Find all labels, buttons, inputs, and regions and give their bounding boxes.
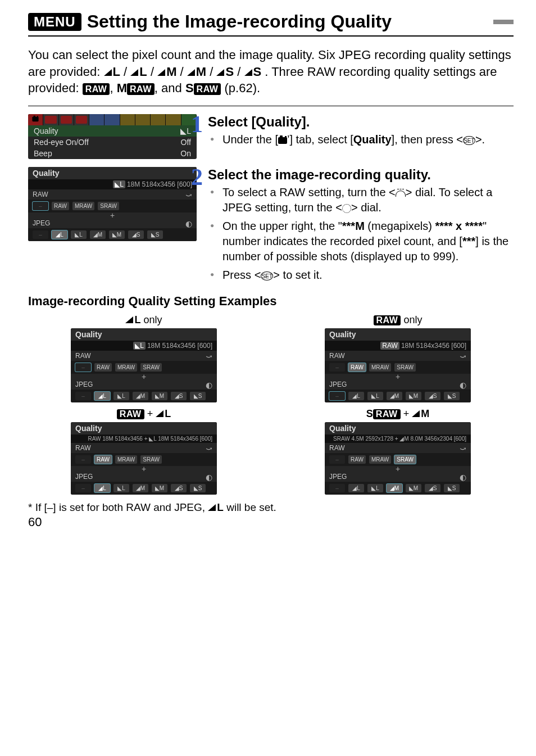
jpeg-opt-normal-m: ◣M [109, 230, 125, 239]
quality-info-line: ◣L18M 5184x3456 [600] [28, 179, 197, 189]
quality-icon-fine-m: M [157, 64, 176, 80]
menu-row-quality: Quality ◣L [28, 125, 197, 137]
raw-opt-mraw: MRAW [72, 202, 94, 210]
jpeg-opt-none: – [33, 230, 48, 239]
step-number-2: 2 [191, 164, 203, 191]
page-title-row: MENU Setting the Image-recording Quality [28, 11, 514, 37]
camera-tab-9 [151, 114, 166, 125]
camera-tab-10 [166, 114, 181, 125]
jpeg-opt-normal-l: ◣L [71, 230, 87, 239]
mraw-prefix: M [117, 81, 127, 95]
example-caption-3: RAW + L [65, 408, 222, 420]
quick-dial-indicator-icon: ◐ [185, 219, 192, 228]
camera-tab-8 [135, 114, 151, 125]
step-number-1: 1 [191, 111, 203, 138]
raw-section-label: RAW ⤻ [28, 189, 197, 200]
example-raw-plus-l: RAW + L Quality RAW 18M 5184x3456 + ◣L 1… [65, 408, 222, 495]
menu-redeye-label: Red-eye On/Off [34, 138, 89, 147]
page-number: 60 [28, 515, 514, 529]
camera-icon [278, 137, 287, 144]
quality-header: Quality [28, 167, 197, 179]
raw-opt-sraw: SRAW [98, 202, 119, 210]
camera-tab-3 [59, 114, 74, 125]
camera-quality-screenshot: Quality ◣L18M 5184x3456 [600] RAW ⤻ – RA… [28, 167, 197, 241]
section-divider [28, 106, 514, 106]
quality-icon-normal-s: S [244, 64, 262, 80]
footnote: * If [–] is set for both RAW and JPEG, L… [28, 501, 514, 514]
step-2-bullet-1: To select a RAW setting, turn the <> dia… [218, 185, 514, 215]
jpeg-section-label: JPEG ◐ [28, 218, 197, 228]
quality-icon-normal-m: M [187, 64, 206, 80]
menu-redeye-value: Off [181, 138, 191, 147]
menu-row-beep: Beep On [28, 148, 197, 159]
set-icon: SET [463, 136, 475, 145]
mraw-icon: RAW [127, 83, 155, 96]
jpeg-options-row: – ◢L ◣L ◢M ◣M ◢S ◣S [28, 228, 197, 241]
set-icon: SET [261, 271, 273, 280]
sraw-prefix: S [185, 81, 194, 95]
intro-ref: (p.62). [225, 81, 261, 95]
menu-quality-label: Quality [34, 126, 58, 135]
quality-icon-normal-l: L [130, 64, 147, 80]
step-2-title: Select the image-recording quality. [208, 167, 514, 183]
title-decoration [493, 20, 514, 24]
sraw-icon: RAW [194, 83, 221, 96]
example-raw-only: RAW only Quality RAW18M 5184x3456 [600] … [319, 314, 476, 402]
main-dial-indicator-icon: ⤻ [185, 191, 192, 200]
menu-row-redeye: Red-eye On/Off Off [28, 137, 197, 148]
examples-heading: Image-recording Quality Setting Examples [28, 294, 514, 309]
camera-tabs [28, 114, 197, 125]
camera-menu-screenshot: Quality ◣L Red-eye On/Off Off Beep On [28, 114, 197, 159]
page-title: Setting the Image-recording Quality [87, 11, 493, 32]
example-caption-2: RAW only [319, 314, 476, 326]
example-caption-1: L only [65, 314, 222, 326]
raw-opt-raw: RAW [52, 202, 69, 210]
jpeg-opt-fine-l: ◢L [52, 230, 67, 239]
example-l-only: L only Quality ◣L18M 5184x3456 [600] RAW… [65, 314, 222, 402]
menu-beep-value: On [180, 149, 191, 158]
example-caption-4: SRAW + M [319, 408, 476, 420]
quick-control-dial-icon [342, 204, 351, 213]
camera-tab-2 [43, 114, 58, 125]
example-sraw-plus-m: SRAW + M Quality SRAW 4.5M 2592x1728 + ◢… [319, 408, 476, 495]
camera-tab-6 [105, 114, 120, 125]
menu-beep-label: Beep [34, 149, 52, 158]
camera-tab-1-selected [28, 114, 43, 125]
step-1-bullet-1: Under the [’] tab, select [Quality], the… [218, 132, 514, 147]
camera-tab-5 [89, 114, 105, 125]
jpeg-opt-normal-s: ◣S [147, 230, 163, 239]
jpeg-opt-fine-s: ◢S [128, 230, 144, 239]
intro-paragraph: You can select the pixel count and the i… [28, 47, 514, 97]
menu-quality-value: ◣L [180, 126, 191, 135]
quality-icon-fine-s: S [216, 64, 234, 80]
raw-icon: RAW [83, 83, 110, 96]
step-2-bullet-3: Press <SET> to set it. [218, 268, 514, 283]
camera-tab-7 [120, 114, 135, 125]
camera-tab-4 [74, 114, 89, 125]
main-dial-icon [396, 190, 406, 197]
menu-badge: MENU [28, 13, 81, 31]
quality-icon-fine-l: L [104, 64, 120, 80]
plus-separator: + [28, 212, 197, 218]
jpeg-opt-fine-m: ◢M [90, 230, 106, 239]
step-2-bullet-2: On the upper right, the "***M (megapixel… [218, 219, 514, 264]
step-1-title: Select [Quality]. [208, 114, 514, 130]
raw-opt-none: – [33, 202, 48, 210]
